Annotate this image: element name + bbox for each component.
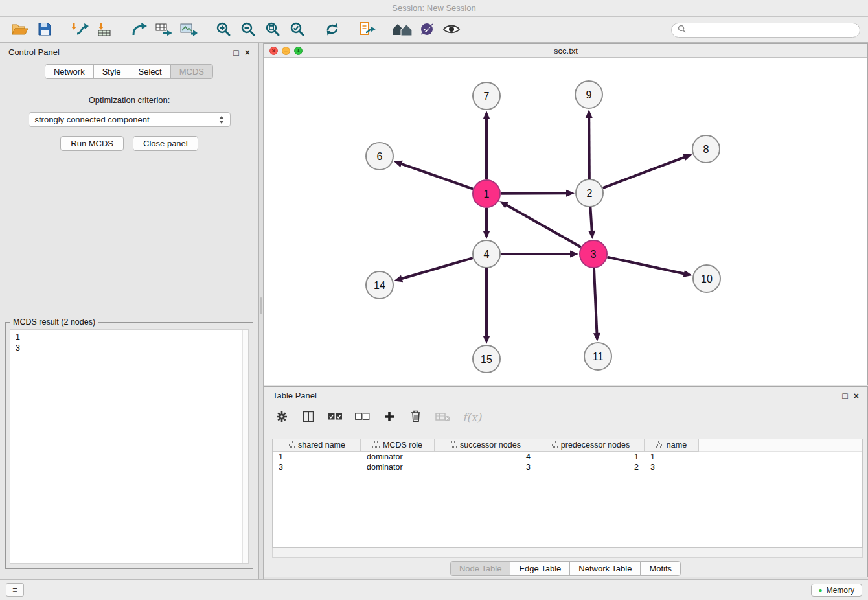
edge-arrowhead — [483, 111, 490, 119]
run-mcds-button[interactable]: Run MCDS — [60, 136, 124, 151]
table-cell: 4 — [435, 452, 536, 462]
validator-button[interactable] — [415, 19, 439, 40]
network-window-title: scc.txt — [554, 46, 578, 56]
result-vertical-scrollbar[interactable] — [242, 330, 248, 563]
zoom-in-button[interactable] — [211, 19, 236, 40]
edge-arrowhead — [586, 110, 593, 118]
search-input[interactable] — [690, 25, 854, 34]
export-image-button[interactable] — [176, 19, 201, 40]
network-edge-2-3[interactable] — [590, 207, 591, 232]
open-folder-icon — [12, 22, 29, 38]
column-header-1[interactable]: MCDS role — [361, 439, 435, 452]
duplicate-network-icon — [358, 21, 376, 39]
memory-status-dot: ● — [819, 587, 823, 594]
tab-network-table[interactable]: Network Table — [569, 561, 641, 576]
table-cell: dominator — [361, 462, 435, 472]
table-tabstrip: Node Table Edge Table Network Table Moti… — [264, 561, 867, 576]
column-type-icon — [372, 441, 380, 450]
zoom-selected-button[interactable] — [285, 19, 310, 40]
close-table-panel-icon[interactable]: × — [854, 391, 859, 400]
network-edge-3-11[interactable] — [594, 268, 597, 334]
close-panel-icon[interactable]: × — [245, 48, 250, 57]
import-table-button[interactable] — [92, 19, 117, 40]
network-edge-2-9[interactable] — [589, 117, 589, 179]
table-cell: 1 — [273, 452, 361, 462]
column-header-3[interactable]: predecessor nodes — [536, 439, 645, 452]
tab-mcds[interactable]: MCDS — [170, 64, 213, 79]
zoom-out-button[interactable] — [236, 19, 260, 40]
task-history-button[interactable]: ≡ — [6, 583, 24, 597]
tab-motifs[interactable]: Motifs — [640, 561, 681, 576]
criterion-dropdown[interactable]: strongly connected component — [29, 112, 231, 127]
network-edge-1-6[interactable] — [400, 163, 473, 189]
float-table-panel-icon[interactable]: □ — [842, 391, 847, 400]
show-hide-button[interactable] — [439, 19, 464, 40]
zoom-out-icon — [240, 21, 256, 39]
edge-arrowhead — [394, 275, 403, 283]
window-titlebar: Session: New Session — [0, 0, 868, 17]
node-label-2: 2 — [587, 188, 593, 199]
edge-arrowhead — [483, 336, 490, 344]
table-panel-title: Table Panel — [273, 391, 317, 400]
home-icon — [392, 21, 413, 39]
column-header-2[interactable]: successor nodes — [435, 439, 536, 452]
zoom-window-icon[interactable]: + — [294, 47, 303, 55]
edge-arrowhead — [394, 161, 403, 167]
edge-arrowhead — [683, 154, 692, 161]
add-column-button[interactable] — [382, 409, 396, 426]
eye-icon — [442, 23, 461, 38]
select-all-rows-button[interactable] — [328, 409, 343, 426]
zoom-fit-icon — [265, 21, 280, 39]
float-panel-icon[interactable]: □ — [233, 48, 238, 57]
save-session-button[interactable] — [32, 19, 57, 40]
column-header-4[interactable]: name — [645, 439, 699, 452]
mcds-result-area[interactable]: 1 3 — [10, 329, 249, 564]
network-edge-3-1[interactable] — [506, 205, 581, 248]
tab-node-table[interactable]: Node Table — [450, 561, 511, 576]
network-edge-2-8[interactable] — [603, 157, 686, 188]
memory-button[interactable]: ● Memory — [811, 584, 862, 597]
delete-column-button[interactable] — [409, 409, 423, 426]
network-edge-1-2[interactable] — [501, 193, 567, 194]
refresh-button[interactable] — [320, 19, 345, 40]
table-settings-button[interactable] — [275, 409, 289, 426]
close-window-icon[interactable]: × — [269, 47, 278, 55]
node-label-11: 11 — [593, 351, 604, 362]
open-session-button[interactable] — [8, 19, 32, 40]
window-title: Session: New Session — [392, 3, 475, 13]
import-network-button[interactable] — [67, 19, 92, 40]
network-window-titlebar[interactable]: × − + scc.txt — [264, 44, 867, 58]
function-builder-button[interactable]: f(x) — [463, 409, 481, 426]
table-toolbar: f(x) — [264, 402, 867, 432]
tab-network[interactable]: Network — [45, 64, 94, 79]
tab-style[interactable]: Style — [93, 64, 130, 79]
search-field[interactable] — [671, 23, 860, 38]
table-row[interactable]: 1dominator411 — [273, 452, 862, 462]
network-graph[interactable]: 7968124314101511 — [264, 58, 867, 385]
application-window: Session: New Session — [0, 0, 868, 600]
close-panel-button[interactable]: Close panel — [133, 136, 198, 151]
control-panel: Control Panel □ × Network Style Select M… — [0, 43, 259, 579]
column-header-0[interactable]: shared name — [273, 439, 361, 452]
minimize-window-icon[interactable]: − — [282, 47, 290, 55]
network-canvas[interactable]: 7968124314101511 — [264, 58, 867, 385]
network-edge-3-10[interactable] — [607, 257, 685, 274]
tab-select[interactable]: Select — [130, 64, 171, 79]
table-row[interactable]: 3dominator323 — [273, 462, 862, 472]
columns-icon — [303, 411, 314, 424]
column-visibility-button[interactable] — [301, 409, 315, 426]
zoom-fit-button[interactable] — [260, 19, 285, 40]
duplicate-network-button[interactable] — [355, 19, 380, 40]
network-edge-4-14[interactable] — [401, 258, 473, 279]
splitter-grip[interactable] — [260, 297, 262, 314]
delete-table-button[interactable] — [435, 409, 450, 426]
clone-network-button[interactable] — [152, 19, 176, 40]
column-header-label: MCDS role — [383, 441, 422, 450]
table-horizontal-scrollbar[interactable] — [272, 548, 863, 558]
home-button[interactable] — [390, 19, 415, 40]
table-cell: dominator — [361, 452, 435, 462]
deselect-all-rows-button[interactable] — [355, 409, 370, 426]
new-network-button[interactable] — [127, 19, 152, 40]
vertical-splitter[interactable] — [259, 43, 264, 579]
tab-edge-table[interactable]: Edge Table — [510, 561, 570, 576]
